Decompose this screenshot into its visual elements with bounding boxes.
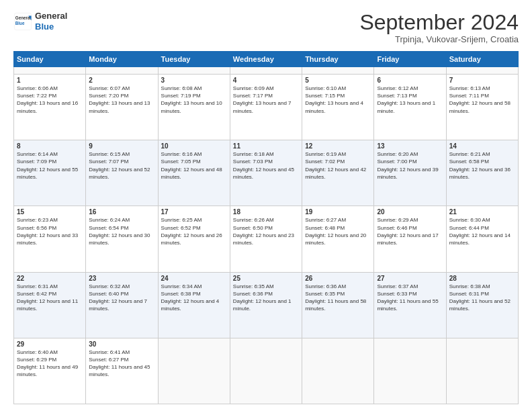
- day-number: 14: [449, 142, 515, 150]
- month-title: September 2024: [359, 11, 519, 34]
- day-info: Sunrise: 6:23 AM Sunset: 6:56 PM Dayligh…: [17, 216, 83, 246]
- svg-text:Blue: Blue: [15, 20, 25, 25]
- calendar-cell: 12Sunrise: 6:19 AM Sunset: 7:02 PM Dayli…: [302, 140, 374, 206]
- day-info: Sunrise: 6:13 AM Sunset: 7:11 PM Dayligh…: [449, 85, 515, 115]
- calendar-cell: 30Sunrise: 6:41 AM Sunset: 6:27 PM Dayli…: [86, 338, 158, 404]
- day-info: Sunrise: 6:27 AM Sunset: 6:48 PM Dayligh…: [305, 216, 371, 246]
- calendar-cell: 5Sunrise: 6:10 AM Sunset: 7:15 PM Daylig…: [302, 74, 374, 140]
- day-info: Sunrise: 6:24 AM Sunset: 6:54 PM Dayligh…: [89, 216, 154, 246]
- day-info: Sunrise: 6:31 AM Sunset: 6:42 PM Dayligh…: [17, 283, 83, 313]
- calendar-cell: 15Sunrise: 6:23 AM Sunset: 6:56 PM Dayli…: [14, 206, 86, 272]
- day-info: Sunrise: 6:26 AM Sunset: 6:50 PM Dayligh…: [233, 216, 299, 246]
- calendar-cell: 23Sunrise: 6:32 AM Sunset: 6:40 PM Dayli…: [86, 272, 158, 338]
- logo: General Blue General Blue: [13, 11, 67, 32]
- day-info: Sunrise: 6:08 AM Sunset: 7:19 PM Dayligh…: [161, 85, 227, 115]
- calendar-cell: 27Sunrise: 6:37 AM Sunset: 6:33 PM Dayli…: [374, 272, 446, 338]
- dow-header-thursday: Thursday: [302, 52, 374, 67]
- calendar-cell: 16Sunrise: 6:24 AM Sunset: 6:54 PM Dayli…: [86, 206, 158, 272]
- location: Trpinja, Vukovar-Srijem, Croatia: [359, 34, 519, 44]
- calendar-cell: 28Sunrise: 6:38 AM Sunset: 6:31 PM Dayli…: [446, 272, 518, 338]
- day-info: Sunrise: 6:09 AM Sunset: 7:17 PM Dayligh…: [233, 85, 299, 115]
- calendar-cell: 18Sunrise: 6:26 AM Sunset: 6:50 PM Dayli…: [230, 206, 302, 272]
- day-number: 11: [233, 142, 299, 150]
- day-info: Sunrise: 6:40 AM Sunset: 6:29 PM Dayligh…: [17, 349, 83, 379]
- day-number: 27: [377, 275, 443, 282]
- day-number: 21: [449, 208, 515, 216]
- day-number: 23: [89, 275, 154, 282]
- calendar-cell: [302, 67, 374, 75]
- calendar-cell: [230, 67, 302, 75]
- calendar-cell: 13Sunrise: 6:20 AM Sunset: 7:00 PM Dayli…: [374, 140, 446, 206]
- calendar-cell: 7Sunrise: 6:13 AM Sunset: 7:11 PM Daylig…: [446, 74, 518, 140]
- calendar-cell: 9Sunrise: 6:15 AM Sunset: 7:07 PM Daylig…: [86, 140, 158, 206]
- logo-icon: General Blue: [13, 12, 32, 31]
- day-info: Sunrise: 6:07 AM Sunset: 7:20 PM Dayligh…: [89, 85, 154, 115]
- calendar-cell: 14Sunrise: 6:21 AM Sunset: 6:58 PM Dayli…: [446, 140, 518, 206]
- day-info: Sunrise: 6:32 AM Sunset: 6:40 PM Dayligh…: [89, 283, 154, 313]
- logo-blue: Blue: [35, 21, 67, 32]
- calendar-cell: 20Sunrise: 6:29 AM Sunset: 6:46 PM Dayli…: [374, 206, 446, 272]
- logo-general: General: [35, 11, 67, 21]
- dow-header-monday: Monday: [86, 52, 158, 67]
- day-number: 26: [305, 275, 371, 282]
- day-number: 22: [17, 275, 83, 282]
- day-number: 7: [449, 77, 515, 84]
- day-number: 17: [161, 208, 227, 216]
- day-number: 16: [89, 208, 154, 216]
- calendar-cell: 3Sunrise: 6:08 AM Sunset: 7:19 PM Daylig…: [158, 74, 230, 140]
- calendar-cell: [230, 338, 302, 404]
- day-info: Sunrise: 6:29 AM Sunset: 6:46 PM Dayligh…: [377, 216, 443, 246]
- day-number: 6: [377, 77, 443, 84]
- calendar-cell: [446, 67, 518, 75]
- day-info: Sunrise: 6:20 AM Sunset: 7:00 PM Dayligh…: [377, 150, 443, 181]
- day-info: Sunrise: 6:19 AM Sunset: 7:02 PM Dayligh…: [305, 150, 371, 181]
- dow-header-wednesday: Wednesday: [230, 52, 302, 67]
- calendar-cell: 19Sunrise: 6:27 AM Sunset: 6:48 PM Dayli…: [302, 206, 374, 272]
- day-number: 3: [161, 77, 227, 84]
- calendar-cell: 6Sunrise: 6:12 AM Sunset: 7:13 PM Daylig…: [374, 74, 446, 140]
- calendar-cell: [446, 338, 518, 404]
- day-info: Sunrise: 6:06 AM Sunset: 7:22 PM Dayligh…: [17, 85, 83, 115]
- day-number: 28: [449, 275, 515, 282]
- day-info: Sunrise: 6:25 AM Sunset: 6:52 PM Dayligh…: [161, 216, 227, 246]
- day-info: Sunrise: 6:30 AM Sunset: 6:44 PM Dayligh…: [449, 216, 515, 246]
- calendar-cell: 1Sunrise: 6:06 AM Sunset: 7:22 PM Daylig…: [14, 74, 86, 140]
- day-info: Sunrise: 6:37 AM Sunset: 6:33 PM Dayligh…: [377, 283, 443, 313]
- calendar-cell: 11Sunrise: 6:18 AM Sunset: 7:03 PM Dayli…: [230, 140, 302, 206]
- dow-header-tuesday: Tuesday: [158, 52, 230, 67]
- title-block: September 2024 Trpinja, Vukovar-Srijem, …: [359, 11, 519, 44]
- day-number: 8: [17, 142, 83, 150]
- day-info: Sunrise: 6:41 AM Sunset: 6:27 PM Dayligh…: [89, 349, 154, 379]
- calendar-cell: [374, 67, 446, 75]
- day-number: 10: [161, 142, 227, 150]
- day-number: 30: [89, 340, 154, 348]
- day-info: Sunrise: 6:36 AM Sunset: 6:35 PM Dayligh…: [305, 283, 371, 313]
- calendar-cell: 29Sunrise: 6:40 AM Sunset: 6:29 PM Dayli…: [14, 338, 86, 404]
- calendar-cell: [158, 67, 230, 75]
- day-number: 25: [233, 275, 299, 282]
- day-info: Sunrise: 6:10 AM Sunset: 7:15 PM Dayligh…: [305, 85, 371, 115]
- day-info: Sunrise: 6:38 AM Sunset: 6:31 PM Dayligh…: [449, 283, 515, 313]
- calendar-cell: [374, 338, 446, 404]
- day-number: 20: [377, 208, 443, 216]
- dow-header-sunday: Sunday: [14, 52, 86, 67]
- calendar-cell: [86, 67, 158, 75]
- day-info: Sunrise: 6:35 AM Sunset: 6:36 PM Dayligh…: [233, 283, 299, 313]
- day-number: 15: [17, 208, 83, 216]
- calendar-cell: 10Sunrise: 6:16 AM Sunset: 7:05 PM Dayli…: [158, 140, 230, 206]
- dow-header-friday: Friday: [374, 52, 446, 67]
- calendar-cell: 17Sunrise: 6:25 AM Sunset: 6:52 PM Dayli…: [158, 206, 230, 272]
- day-number: 13: [377, 142, 443, 150]
- calendar-cell: 24Sunrise: 6:34 AM Sunset: 6:38 PM Dayli…: [158, 272, 230, 338]
- dow-header-saturday: Saturday: [446, 52, 518, 67]
- calendar-cell: 8Sunrise: 6:14 AM Sunset: 7:09 PM Daylig…: [14, 140, 86, 206]
- day-number: 29: [17, 340, 83, 348]
- calendar-cell: 25Sunrise: 6:35 AM Sunset: 6:36 PM Dayli…: [230, 272, 302, 338]
- day-number: 2: [89, 77, 154, 84]
- calendar-cell: 2Sunrise: 6:07 AM Sunset: 7:20 PM Daylig…: [86, 74, 158, 140]
- day-number: 24: [161, 275, 227, 282]
- calendar: SundayMondayTuesdayWednesdayThursdayFrid…: [13, 51, 519, 404]
- calendar-cell: [302, 338, 374, 404]
- day-info: Sunrise: 6:15 AM Sunset: 7:07 PM Dayligh…: [89, 150, 154, 181]
- day-info: Sunrise: 6:34 AM Sunset: 6:38 PM Dayligh…: [161, 283, 227, 313]
